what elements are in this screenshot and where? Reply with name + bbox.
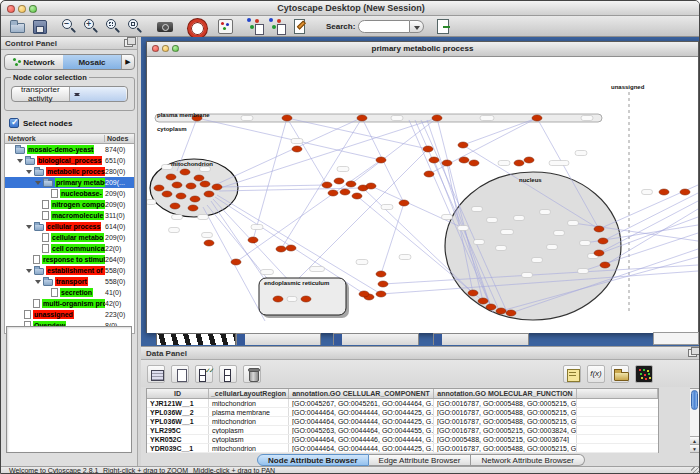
layout-nodes-icon[interactable] [246,17,264,35]
background-window-sliver[interactable] [156,333,236,345]
zoom-in-icon[interactable]: + [82,17,100,35]
tab-mosaic[interactable]: Mosaic [63,55,121,69]
select-nodes-checkbox[interactable] [9,118,19,128]
graph-node[interactable] [594,226,604,232]
graph-node[interactable] [459,157,469,163]
graph-node[interactable] [172,182,182,188]
tree-row[interactable]: biological_process651(0) [5,155,134,166]
graph-node[interactable] [378,281,388,287]
tree-row[interactable]: secretion41(0) [5,287,134,298]
column-header[interactable]: ID [147,389,209,398]
graph-node[interactable] [176,193,186,199]
graph-node[interactable] [231,259,241,265]
function-builder-icon[interactable]: f(x) [587,365,605,383]
graph-node[interactable] [352,193,362,199]
tree-row[interactable]: primary metabo209(... [5,177,134,188]
background-window-sliver[interactable] [433,333,529,345]
graph-node[interactable] [432,115,442,121]
graph-node[interactable] [194,175,204,181]
search-input[interactable] [358,20,410,33]
graph-node[interactable] [429,157,439,163]
graph-node[interactable] [282,115,292,121]
column-header[interactable]: _cellularLayoutRegion [209,389,289,398]
graph-node[interactable] [180,169,190,175]
graph-node[interactable] [301,296,311,302]
import-network-icon[interactable] [434,17,452,35]
network-canvas[interactable]: plasma membrane cytoplasm mitochondrion … [147,57,698,333]
graph-node[interactable] [659,189,669,195]
graph-node[interactable] [186,183,196,189]
tree-row[interactable]: unassigned223(0) [5,309,134,320]
graph-node[interactable] [340,189,350,195]
graph-node[interactable] [423,146,433,152]
app-titlebar[interactable]: Cytoscape Desktop (New Session) [1,1,700,16]
column-header[interactable] [577,389,658,398]
expand-arrow-icon[interactable] [26,170,32,174]
graph-node[interactable] [514,160,524,166]
tree-row[interactable]: establishment of lo558(0) [5,265,134,276]
table-row[interactable]: YPL036W__2plasma membrane[GO:0044464, GO… [147,408,658,417]
graph-node[interactable] [188,205,198,211]
graph-node[interactable] [442,160,452,166]
graph-node[interactable] [200,181,210,187]
tree-row[interactable]: transport558(0) [5,276,134,287]
expand-arrow-icon[interactable] [17,159,23,163]
layout-edges-icon[interactable] [268,17,286,35]
graph-node[interactable] [190,196,200,202]
tree-row[interactable]: metabolic process280(0) [5,166,134,177]
expand-arrow-icon[interactable] [35,181,41,185]
vizmapper-icon[interactable] [216,17,234,35]
tree-row[interactable]: cellular process614(0) [5,221,134,232]
node-color-dropdown[interactable]: transporter activity [11,86,128,102]
graph-node[interactable] [286,245,296,251]
tab-edge-attribute-browser[interactable]: Edge Attribute Browser [369,454,472,466]
more-tabs-button[interactable]: ▶ [121,55,134,69]
graph-node[interactable] [366,183,376,189]
graph-node[interactable] [322,182,332,188]
graph-node[interactable] [468,290,478,296]
graph-node[interactable] [166,174,176,180]
graph-node[interactable] [496,308,506,314]
expand-arrow-icon[interactable] [26,269,32,273]
graph-node[interactable] [212,184,222,190]
tab-node-attribute-browser[interactable]: Node Attribute Browser [257,454,369,466]
graph-node[interactable] [328,190,338,196]
resize-grip[interactable] [691,467,700,474]
tree-row[interactable]: macromolecule311(0) [5,210,134,221]
tree-row[interactable]: response to stimulu264(0) [5,254,134,265]
column-header[interactable]: annotation.GO MOLECULAR_FUNCTION [434,389,577,398]
annotation-icon[interactable] [290,17,308,35]
graph-node[interactable] [478,298,488,304]
background-window-sliver[interactable] [236,333,321,345]
graph-node[interactable] [532,115,542,121]
float-data-panel-icon[interactable] [688,349,697,357]
save-session-icon[interactable] [30,17,48,35]
background-window-sliver[interactable] [333,333,419,345]
network-window-titlebar[interactable]: primary metabolic process [147,42,698,57]
graph-node[interactable] [154,185,164,191]
graph-node[interactable] [600,262,610,268]
graph-node[interactable] [594,250,604,256]
graph-node[interactable] [248,237,258,243]
float-panel-icon[interactable] [124,39,133,47]
table-row[interactable]: YPL036W__1mitochondrion[GO:0044464, GO:0… [147,417,658,426]
graph-node[interactable] [376,157,386,163]
help-icon[interactable] [186,17,204,35]
graph-node[interactable] [346,181,356,187]
table-row[interactable]: YLR295Ccytoplasm[GO:0045263, GO:0044464,… [147,426,658,435]
graph-node[interactable] [424,171,434,177]
graph-node[interactable] [334,178,344,184]
graph-node[interactable] [292,146,302,152]
background-window-sliver[interactable] [653,332,699,345]
graph-node[interactable] [506,310,516,316]
tree-row[interactable]: multi-organism pro42(0) [5,298,134,309]
import-attributes-icon[interactable] [611,365,629,383]
zoom-selected-icon[interactable] [104,17,122,35]
graph-node[interactable] [524,157,534,163]
birdseye-view[interactable] [6,326,132,453]
graph-node[interactable] [598,238,608,244]
network-view-window[interactable]: primary metabolic process plasma membran… [146,41,699,333]
scroll-down-button[interactable]: ▼ [690,444,699,452]
attribute-matrix-icon[interactable] [635,365,653,383]
open-session-icon[interactable] [8,17,26,35]
